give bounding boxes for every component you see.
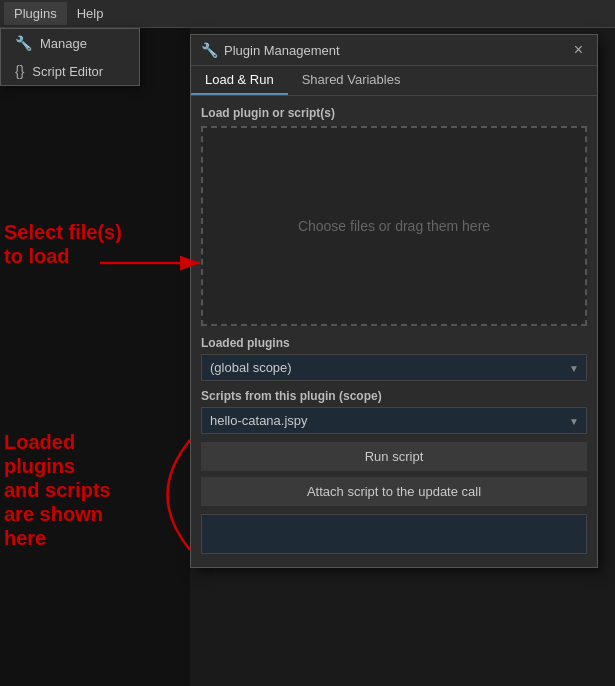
loaded-plugins-select-wrapper: (global scope) — [201, 354, 587, 381]
load-section-label: Load plugin or script(s) — [201, 106, 587, 120]
manage-item[interactable]: 🔧 Manage — [1, 29, 139, 57]
select-files-arrow — [100, 248, 210, 278]
scripts-select-wrapper: hello-catana.jspy — [201, 407, 587, 434]
manage-label: Manage — [40, 36, 87, 51]
wrench-icon: 🔧 — [15, 35, 32, 51]
drop-zone[interactable]: Choose files or drag them here — [201, 126, 587, 326]
braces-icon: {} — [15, 63, 24, 79]
loaded-plugins-arrow — [140, 430, 205, 560]
window-title-group: 🔧 Plugin Management — [201, 42, 340, 58]
output-textarea[interactable] — [201, 514, 587, 554]
plugin-management-window: 🔧 Plugin Management × Load & Run Shared … — [190, 34, 598, 568]
window-title-text: Plugin Management — [224, 43, 340, 58]
tab-shared-variables[interactable]: Shared Variables — [288, 66, 415, 95]
script-editor-label: Script Editor — [32, 64, 103, 79]
menubar: Plugins Help — [0, 0, 615, 28]
window-content: Load plugin or script(s) Choose files or… — [191, 96, 597, 567]
attach-script-button[interactable]: Attach script to the update call — [201, 477, 587, 506]
window-close-button[interactable]: × — [570, 41, 587, 59]
wrench-title-icon: 🔧 — [201, 42, 218, 58]
loaded-plugins-label: Loaded plugins — [201, 336, 587, 350]
tab-bar: Load & Run Shared Variables — [191, 66, 597, 96]
window-titlebar: 🔧 Plugin Management × — [191, 35, 597, 66]
loaded-plugins-annotation: Loadedpluginsand scriptsare shownhere — [4, 430, 111, 550]
drop-zone-text: Choose files or drag them here — [298, 218, 490, 234]
plugins-menu[interactable]: Plugins — [4, 2, 67, 25]
loaded-plugins-select[interactable]: (global scope) — [201, 354, 587, 381]
left-panel — [0, 28, 190, 686]
scripts-section-label: Scripts from this plugin (scope) — [201, 389, 587, 403]
tab-load-run[interactable]: Load & Run — [191, 66, 288, 95]
run-script-button[interactable]: Run script — [201, 442, 587, 471]
help-menu[interactable]: Help — [67, 2, 114, 25]
scripts-select[interactable]: hello-catana.jspy — [201, 407, 587, 434]
plugins-dropdown: 🔧 Manage {} Script Editor — [0, 28, 140, 86]
script-editor-item[interactable]: {} Script Editor — [1, 57, 139, 85]
